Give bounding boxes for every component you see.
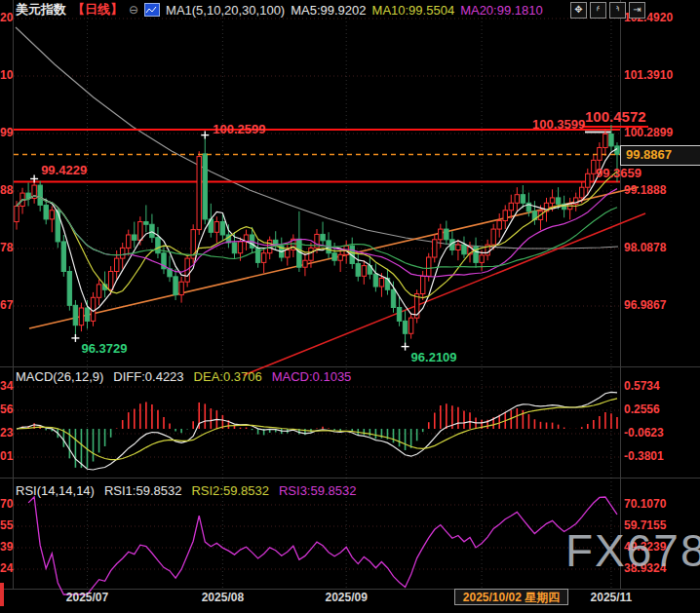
candle-body (338, 254, 342, 260)
ma100-line (16, 27, 618, 249)
candle-body (133, 235, 136, 240)
level-price-label: 100.3599 (532, 117, 585, 132)
candle-body (50, 211, 54, 219)
candle-body (379, 278, 383, 287)
candle-body (197, 157, 201, 230)
extreme-price-label: 96.2109 (411, 350, 457, 364)
scrollbar-handle[interactable] (0, 583, 4, 606)
extreme-price-label: 96.3729 (81, 341, 127, 356)
y-axis-label-clipped: 70 (0, 497, 13, 511)
shift-right-icon[interactable]: ⇥ (629, 2, 645, 19)
candle-body (138, 222, 142, 241)
candle-body (203, 154, 207, 219)
level-price-label: 99.3659 (596, 166, 642, 180)
chart-header: 美元指数【日线】⊖ MA1(5,10,20,30,100) MA5:99.920… (16, 2, 543, 18)
candle-body (556, 198, 560, 204)
x-axis-label: 2025/07 (66, 591, 108, 604)
ma10-value: MA10:99.5504 (372, 3, 455, 18)
zoom-axis-left-icon[interactable]: ⸄ (590, 2, 606, 19)
candle-body (603, 134, 607, 148)
last-price-box: 99.8867 (620, 145, 700, 166)
chart-canvas[interactable] (0, 0, 700, 613)
last-price-value: 99.8867 (626, 147, 672, 162)
candle-body (127, 235, 131, 248)
rsi-name[interactable]: RSI(14,14,14) (16, 483, 95, 498)
y-axis-label: 0.2556 (624, 402, 660, 416)
period-label: 【日线】 (72, 1, 123, 19)
chart-toolbar: ✥ ⸄ ⸅ ⇥ (570, 2, 645, 19)
y-axis-label: 70.1070 (624, 497, 666, 511)
candle-body (509, 203, 513, 211)
rsi-header: RSI(14,14,14) RSI1:59.8532 RSI2:59.8532 … (16, 483, 356, 498)
x-axis-label: 2025/09 (325, 591, 367, 604)
candle-body (598, 147, 602, 160)
y-axis-label-clipped: 01 (0, 449, 13, 463)
y-axis-label-clipped: 67 (0, 298, 13, 312)
candle-body (480, 255, 484, 263)
extreme-price-label: 99.4229 (41, 163, 87, 177)
y-axis-label-clipped: 78 (0, 241, 13, 254)
highest-price-label: 100.4572 (585, 108, 646, 125)
rsi3-value: RSI3:59.8532 (279, 483, 357, 498)
dollar-index-chart-app: 美元指数【日线】⊖ MA1(5,10,20,30,100) MA5:99.920… (0, 0, 700, 613)
y-axis-label: 96.9867 (624, 298, 666, 312)
candle-body (491, 229, 495, 245)
candle-body (462, 245, 466, 254)
y-axis-label-clipped: 20 (0, 11, 13, 24)
y-axis-label-clipped: 39 (0, 540, 13, 554)
candle-body (220, 222, 224, 235)
candle-body (61, 242, 65, 272)
extreme-price-label: 100.2599 (213, 122, 265, 136)
candle-body (497, 221, 501, 230)
collapse-icon[interactable]: ⊖ (129, 3, 138, 17)
candle-body (114, 258, 118, 271)
y-axis-label-clipped: 34 (0, 379, 13, 393)
macd-name[interactable]: MACD(26,12,9) (16, 369, 103, 384)
candle-body (309, 248, 313, 260)
candle-body (321, 234, 325, 240)
macd-dea-line (17, 399, 617, 460)
candle-body (362, 266, 366, 277)
rsi1-value: RSI1:59.8532 (104, 483, 182, 498)
ma5-value: MA5:99.9202 (291, 3, 366, 18)
candle-body (403, 321, 407, 333)
candle-body (521, 195, 525, 204)
macd-diff-value: DIFF:0.4223 (113, 369, 183, 384)
candle-body (179, 282, 183, 294)
candle-body (515, 195, 519, 204)
macd-header: MACD(26,12,9) DIFF:0.4223 DEA:0.3706 MAC… (16, 369, 351, 384)
candle-body (356, 263, 360, 276)
y-axis-label: 98.0878 (624, 241, 666, 254)
candle-body (586, 173, 590, 187)
crosshair-date-box: 2025/10/02 星期四 (454, 589, 568, 605)
candle-body (550, 198, 554, 203)
candle-body (303, 260, 307, 267)
candle-body (44, 205, 48, 218)
candle-body (255, 248, 259, 262)
x-axis-label: 2025/11 (591, 591, 633, 604)
pan-icon[interactable]: ✥ (570, 2, 587, 19)
candle-body (261, 253, 265, 263)
candle-body (214, 222, 218, 233)
candle-body (286, 250, 290, 258)
y-axis-label: 0.5734 (624, 379, 660, 393)
indicator-icon[interactable] (144, 3, 160, 17)
candle-body (91, 297, 95, 321)
y-axis-label: 101.3910 (624, 68, 673, 82)
y-axis-label: -0.3801 (624, 449, 664, 463)
candle-body (615, 146, 619, 155)
ma-settings-label[interactable]: MA1(5,10,20,30,100) (166, 3, 285, 18)
y-axis-label-clipped: 56 (0, 402, 13, 416)
macd-dea-value: DEA:0.3706 (194, 369, 262, 384)
candle-body (174, 277, 177, 295)
candle-body (408, 318, 412, 333)
candle-body (121, 248, 125, 258)
candle-body (150, 224, 154, 237)
candle-body (567, 204, 571, 209)
candle-body (391, 289, 395, 307)
x-axis-label: 2025/08 (202, 591, 244, 604)
candle-body (332, 253, 336, 261)
zoom-axis-right-icon[interactable]: ⸅ (609, 2, 626, 19)
candle-body (238, 242, 242, 253)
instrument-title: 美元指数 (16, 1, 66, 19)
